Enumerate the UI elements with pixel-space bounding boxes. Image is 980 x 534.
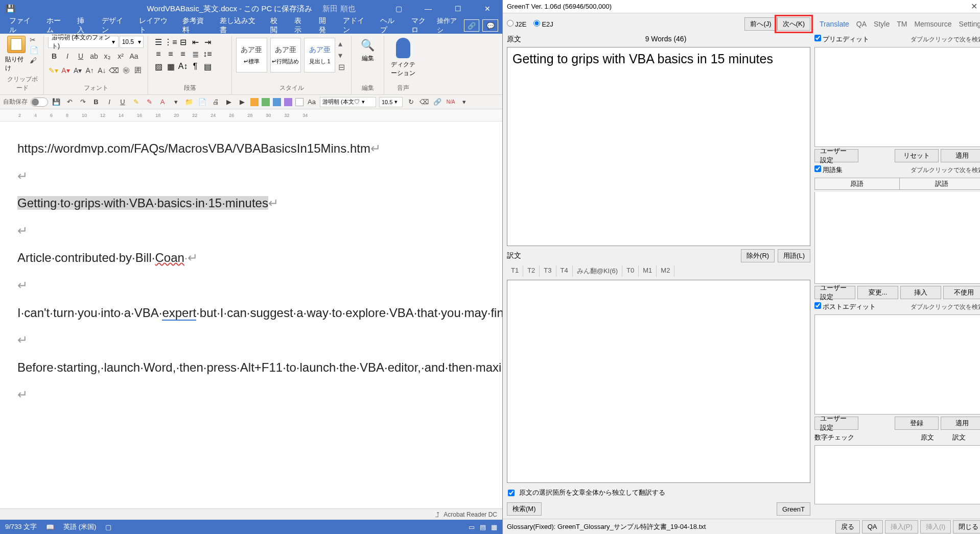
highlight-button[interactable]: ✎▾ bbox=[48, 64, 59, 77]
tab-t2[interactable]: T2 bbox=[523, 265, 540, 277]
save-icon[interactable]: 💾 bbox=[0, 4, 20, 13]
tab-t1[interactable]: T1 bbox=[507, 265, 523, 277]
maximize-icon[interactable]: ☐ bbox=[443, 0, 473, 17]
qat-undo-icon[interactable]: ↶ bbox=[64, 97, 75, 107]
spellcheck-icon[interactable]: 📖 bbox=[46, 523, 54, 531]
tab-home[interactable]: ホーム bbox=[41, 14, 71, 37]
glossary-checkbox[interactable]: 用語集 bbox=[814, 165, 843, 175]
print-layout-icon[interactable]: ▤ bbox=[480, 523, 486, 531]
insert-i-button[interactable]: 挿入(I) bbox=[920, 520, 951, 533]
qat-size-select[interactable]: 10.5▾ bbox=[379, 97, 403, 107]
target-textarea[interactable] bbox=[507, 280, 810, 483]
italic-button[interactable]: I bbox=[61, 50, 74, 62]
close-icon[interactable]: ✕ bbox=[473, 0, 502, 17]
preedit-list[interactable] bbox=[814, 47, 980, 147]
close-button[interactable]: 閉じる bbox=[953, 520, 980, 533]
qat-color-purple[interactable] bbox=[284, 98, 292, 106]
sort-button[interactable]: A↕ bbox=[177, 60, 189, 72]
style-heading1[interactable]: あア亜見出し 1 bbox=[304, 38, 335, 72]
style-nospacing[interactable]: あア亜↵行間詰め bbox=[270, 38, 301, 72]
tab-tm[interactable]: TM bbox=[894, 19, 910, 29]
editing-label[interactable]: 編集 bbox=[362, 54, 374, 63]
cut-icon[interactable]: ✂ bbox=[30, 36, 38, 44]
styles-down-icon[interactable]: ▾ bbox=[338, 51, 347, 60]
align-center-button[interactable]: ≡ bbox=[165, 48, 177, 60]
indent-inc-button[interactable]: ⇥ bbox=[201, 36, 214, 48]
sup-button[interactable]: x² bbox=[114, 50, 127, 62]
qat-folder-icon[interactable]: 📁 bbox=[184, 97, 194, 107]
qat-page-icon[interactable]: 📄 bbox=[197, 97, 207, 107]
styles-more-icon[interactable]: ⊟ bbox=[338, 62, 347, 72]
tab-style[interactable]: Style bbox=[871, 19, 893, 29]
preedit-userset-button[interactable]: ユーザー設定 bbox=[814, 149, 858, 162]
case-button[interactable]: Aa bbox=[128, 50, 140, 62]
qat-underline[interactable]: U bbox=[118, 97, 128, 107]
qat-more1[interactable]: ▾ bbox=[171, 97, 181, 107]
exclude-button[interactable]: 除外(R) bbox=[741, 249, 775, 262]
preedit-checkbox[interactable]: プリエディット bbox=[814, 35, 869, 44]
qat-na[interactable]: N/A bbox=[446, 97, 456, 107]
acrobat-icon[interactable]: ⮥ bbox=[434, 511, 440, 518]
postedit-checkbox[interactable]: ポストエディット bbox=[814, 302, 876, 311]
shrink-font-button[interactable]: A↓ bbox=[97, 64, 108, 77]
bullets-button[interactable]: ☰ bbox=[152, 36, 165, 48]
word-count[interactable]: 9/733 文字 bbox=[5, 522, 37, 531]
paste-button[interactable]: 貼り付け bbox=[5, 36, 28, 72]
source-textarea[interactable]: Getting to grips with VBA basics in 15 m… bbox=[507, 47, 810, 246]
tab-minna[interactable]: みん翻@KI(6) bbox=[573, 265, 622, 277]
font-name-select[interactable]: 游明朝 (本文のフォント)▾ bbox=[48, 36, 119, 48]
find-icon[interactable]: 🔍 bbox=[361, 39, 375, 52]
glossary-list[interactable] bbox=[814, 192, 980, 284]
enclose-button[interactable]: 囲 bbox=[132, 64, 144, 77]
bold-button[interactable]: B bbox=[48, 50, 60, 62]
qat-font-select[interactable]: 游明朝 (本文♡▾ bbox=[320, 97, 376, 107]
justify-button[interactable]: ≣ bbox=[189, 48, 201, 60]
tab-translate[interactable]: Translate bbox=[816, 19, 852, 29]
language-status[interactable]: 英語 (米国) bbox=[63, 522, 96, 531]
qat-refresh-icon[interactable]: ↻ bbox=[406, 97, 416, 107]
font-color-button[interactable]: A▾ bbox=[60, 64, 72, 77]
qat-redo-icon[interactable]: ↷ bbox=[78, 97, 88, 107]
tab-setting[interactable]: Setting bbox=[956, 19, 980, 29]
qat-color-orange[interactable] bbox=[250, 98, 259, 106]
document-body[interactable]: https://wordmvp.com/FAQs/MacrosVBA/VBABa… bbox=[0, 122, 502, 508]
format-painter-icon[interactable]: 🖌 bbox=[30, 56, 38, 64]
tab-memsource[interactable]: Memsource bbox=[911, 19, 954, 29]
preedit-reset-button[interactable]: リセット bbox=[895, 149, 939, 162]
greent-close-icon[interactable]: ✕ bbox=[964, 2, 980, 11]
macro-rec-icon[interactable]: ▢ bbox=[105, 523, 111, 531]
sub-button[interactable]: x₂ bbox=[101, 50, 113, 62]
independent-checkbox[interactable]: 原文の選択箇所を文章全体から独立して翻訳する bbox=[507, 486, 810, 499]
align-right-button[interactable]: ≡ bbox=[177, 48, 189, 60]
glossary-insert-button[interactable]: 挿入 bbox=[900, 286, 941, 299]
glossary-userset-button[interactable]: ユーザー設定 bbox=[814, 286, 855, 299]
qat-color-white[interactable] bbox=[295, 98, 304, 106]
qat-hl-red[interactable]: ✎ bbox=[144, 97, 154, 107]
qat-color-blue[interactable] bbox=[273, 98, 281, 106]
tab-m2[interactable]: M2 bbox=[657, 265, 674, 277]
qat-link-icon[interactable]: 🔗 bbox=[432, 97, 442, 107]
qa-button[interactable]: QA bbox=[862, 520, 883, 533]
tab-m1[interactable]: M1 bbox=[639, 265, 657, 277]
acrobat-label[interactable]: Acrobat Reader DC bbox=[444, 511, 497, 518]
prev-button[interactable]: 前へ(J) bbox=[744, 17, 777, 31]
grid-button[interactable]: ▤ bbox=[201, 60, 214, 72]
qat-case[interactable]: Aa bbox=[307, 97, 317, 107]
qat-color[interactable]: A bbox=[157, 97, 168, 107]
clear-format-button[interactable]: ⌫ bbox=[108, 64, 120, 77]
strike-button[interactable]: ab bbox=[88, 50, 100, 62]
postedit-register-button[interactable]: 登録 bbox=[895, 417, 939, 430]
multilevel-button[interactable]: ⊟ bbox=[177, 36, 189, 48]
share-icon[interactable]: 🔗 bbox=[464, 19, 480, 32]
numbering-button[interactable]: ⋮≡ bbox=[165, 36, 177, 48]
glossary-change-button[interactable]: 変更... bbox=[857, 286, 898, 299]
tab-t4[interactable]: T4 bbox=[556, 265, 573, 277]
qat-hl-yellow[interactable]: ✎ bbox=[131, 97, 141, 107]
postedit-list[interactable] bbox=[814, 314, 980, 415]
tab-t0[interactable]: T0 bbox=[622, 265, 639, 277]
qat-custom-icon[interactable]: ▾ bbox=[459, 97, 469, 107]
greent-button[interactable]: GreenT bbox=[777, 502, 810, 516]
mic-icon[interactable] bbox=[396, 38, 410, 58]
preedit-apply-button[interactable]: 適用 bbox=[941, 149, 980, 162]
terms-button[interactable]: 用語(L) bbox=[778, 249, 810, 262]
